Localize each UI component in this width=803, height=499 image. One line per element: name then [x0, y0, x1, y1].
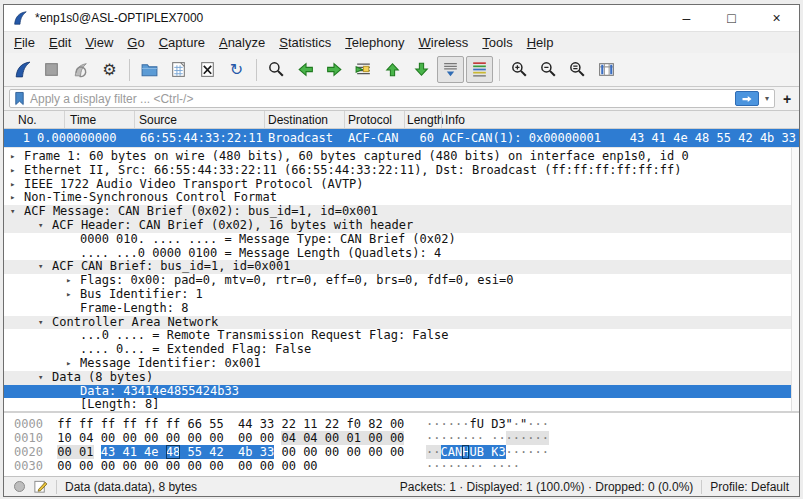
add-filter-button[interactable]: +	[780, 91, 794, 107]
go-back-icon[interactable]	[292, 56, 319, 83]
hex-ascii-char[interactable]: f	[469, 417, 476, 431]
hex-byte[interactable]: 00	[79, 459, 93, 473]
hex-ascii-char[interactable]: ·	[477, 459, 484, 473]
hex-byte[interactable]: 55	[209, 417, 223, 431]
detail-row[interactable]: ▸Ethernet II, Src: 66:55:44:33:22:11 (66…	[4, 164, 799, 178]
go-forward-icon[interactable]	[321, 56, 348, 83]
expert-info-icon[interactable]	[14, 481, 25, 492]
hex-byte[interactable]: 00	[238, 431, 252, 445]
zoom-out-icon[interactable]	[535, 56, 562, 83]
hex-byte[interactable]: 82	[368, 417, 382, 431]
hex-byte[interactable]: 01	[347, 431, 361, 445]
close-button[interactable]: ×	[754, 5, 799, 31]
expander-expanded-icon[interactable]: ▾	[10, 205, 15, 219]
hex-byte[interactable]: ff	[166, 417, 180, 431]
hex-byte[interactable]: 00	[187, 431, 201, 445]
hex-byte[interactable]: 42	[209, 445, 223, 459]
menu-help[interactable]: Help	[520, 33, 561, 52]
hex-ascii-char[interactable]: ·	[433, 445, 440, 459]
hex-byte[interactable]: 4b	[238, 445, 252, 459]
capture-restart-icon[interactable]	[67, 56, 94, 83]
column-separator[interactable]	[441, 111, 442, 128]
colorize-icon[interactable]	[466, 56, 493, 83]
expander-collapsed-icon[interactable]: ▸	[66, 288, 71, 302]
hex-byte[interactable]: 00	[303, 459, 317, 473]
expander-collapsed-icon[interactable]: ▸	[10, 191, 15, 205]
auto-scroll-icon[interactable]	[437, 56, 464, 83]
hex-ascii-char[interactable]: ·	[441, 431, 448, 445]
expander-collapsed-icon[interactable]: ▸	[66, 274, 71, 288]
hex-byte[interactable]: 48	[166, 445, 180, 459]
hex-byte[interactable]: f0	[347, 417, 361, 431]
detail-row[interactable]: ▸IEEE 1722 Audio Video Transport Protoco…	[4, 178, 799, 192]
detail-row[interactable]: .... ...0 0000 0100 = Message Length (Qu…	[4, 247, 799, 261]
hex-line[interactable]: 0010 10 04 00 00 00 00 00 00 00 00 04 04…	[14, 431, 799, 445]
save-file-icon[interactable]	[165, 56, 192, 83]
hex-byte[interactable]: 00	[122, 459, 136, 473]
hex-ascii-char[interactable]: C	[441, 445, 448, 459]
hex-byte[interactable]: 33	[260, 445, 274, 459]
detail-row[interactable]: ▾ACF CAN Brief: bus_id=1, id=0x001	[4, 260, 799, 274]
detail-row[interactable]: Data: 43414e4855424b33	[4, 385, 799, 399]
hex-byte[interactable]: 11	[303, 417, 317, 431]
hex-byte[interactable]: 01	[79, 445, 93, 459]
hex-byte[interactable]: 00	[209, 431, 223, 445]
go-first-icon[interactable]	[379, 56, 406, 83]
hex-ascii-char[interactable]: ·	[527, 431, 534, 445]
detail-row[interactable]: ▾ACF Message: CAN Brief (0x02): bus_id=1…	[4, 205, 799, 219]
hex-byte[interactable]: 00	[57, 459, 71, 473]
hex-ascii-char[interactable]: ·	[513, 431, 520, 445]
detail-row[interactable]: ▸Message Identifier: 0x001	[4, 357, 799, 371]
hex-byte[interactable]: 04	[281, 431, 295, 445]
filter-dropdown-caret-icon[interactable]: ▾	[763, 94, 771, 103]
hex-ascii-char[interactable]: ·	[469, 459, 476, 473]
hex-byte[interactable]: 00	[303, 445, 317, 459]
detail-row[interactable]: ▸Flags: 0x00: pad=0, mtv=0, rtr=0, eff=0…	[4, 274, 799, 288]
expander-expanded-icon[interactable]: ▾	[38, 371, 43, 385]
detail-row[interactable]: ▸Non-Time-Synchronous Control Format	[4, 191, 799, 205]
hex-byte[interactable]: 00	[368, 445, 382, 459]
hex-byte[interactable]: 00	[368, 431, 382, 445]
apply-filter-icon[interactable]	[735, 91, 759, 106]
close-file-icon[interactable]	[194, 56, 221, 83]
hex-ascii-char[interactable]: U	[469, 445, 476, 459]
hex-ascii-char[interactable]: ·	[513, 459, 520, 473]
hex-byte[interactable]: 00	[57, 445, 71, 459]
hex-ascii-char[interactable]: ·	[477, 431, 484, 445]
column-header[interactable]: Source	[139, 113, 177, 127]
filter-input[interactable]: Apply a display filter ... <Ctrl-/> ▾	[9, 89, 775, 108]
hex-ascii-char[interactable]: B	[477, 445, 484, 459]
hex-ascii-char[interactable]: ·	[513, 445, 520, 459]
go-to-packet-icon[interactable]	[350, 56, 377, 83]
hex-byte[interactable]: 00	[166, 459, 180, 473]
detail-row[interactable]: ▾Controller Area Network	[4, 316, 799, 330]
hex-ascii-char[interactable]: ·	[542, 445, 549, 459]
menu-tools[interactable]: Tools	[475, 33, 519, 52]
column-separator[interactable]	[404, 111, 405, 128]
hex-byte[interactable]: 43	[101, 445, 115, 459]
hex-ascii-char[interactable]: ·	[448, 459, 455, 473]
hex-byte[interactable]: 00	[390, 445, 404, 459]
hex-ascii-char[interactable]: ·	[535, 431, 542, 445]
hex-byte[interactable]: 00	[101, 431, 115, 445]
hex-ascii-char[interactable]: 3	[498, 417, 505, 431]
column-header[interactable]: No.	[18, 113, 37, 127]
expander-collapsed-icon[interactable]: ▸	[66, 357, 71, 371]
minimize-button[interactable]: –	[664, 5, 709, 31]
hex-byte[interactable]: 00	[187, 459, 201, 473]
hex-byte[interactable]: 00	[260, 431, 274, 445]
hex-byte[interactable]: 00	[390, 431, 404, 445]
hex-ascii-char[interactable]: ·	[527, 445, 534, 459]
hex-ascii-char[interactable]: ·	[448, 431, 455, 445]
hex-dump-pane[interactable]: 0000 ff ff ff ff ff ff 66 55 44 33 22 11…	[4, 413, 799, 476]
column-header[interactable]: Destination	[268, 113, 328, 127]
column-header[interactable]: Protocol	[348, 113, 392, 127]
hex-byte[interactable]: 22	[281, 417, 295, 431]
hex-byte[interactable]: 00	[347, 445, 361, 459]
capture-comment-icon[interactable]	[33, 479, 48, 494]
hex-line[interactable]: 0030 00 00 00 00 00 00 00 00 00 00 00 00…	[14, 459, 799, 473]
hex-ascii-char[interactable]: ·	[433, 431, 440, 445]
hex-ascii-char[interactable]: ·	[498, 459, 505, 473]
detail-row[interactable]: ▾ACF Header: CAN Brief (0x02), 16 bytes …	[4, 219, 799, 233]
hex-byte[interactable]: ff	[144, 417, 158, 431]
